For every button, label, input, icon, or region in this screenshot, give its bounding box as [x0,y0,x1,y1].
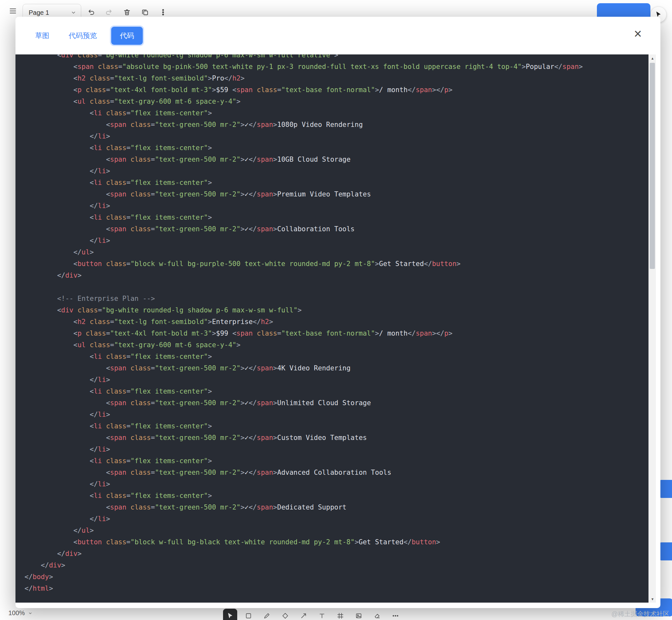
zoom-level-label: 100% [8,609,25,617]
code-line: <span class="text-green-500 mr-2">✓</spa… [25,397,583,409]
watermark-text: @稀土掘金技术社区 [611,610,669,618]
scrollbar-thumb[interactable] [650,63,655,269]
code-line: </li> [25,235,583,246]
code-line: <p class="text-4xl font-bold mt-3">$99 <… [25,327,583,339]
diamond-tool-button[interactable] [278,609,292,620]
code-modal: 草图 代码预览 代码 × <div class="bg-white rounde… [15,17,660,608]
page-select-label: Page 1 [29,9,49,16]
code-line: </div> [25,560,583,571]
code-line: <button class="block w-full bg-black tex… [25,536,583,548]
redo-button[interactable] [104,8,113,17]
arrow-icon [300,612,307,619]
undo-button[interactable] [87,8,96,17]
code-line: <li class="flex items-center"> [25,420,583,432]
code-line: <li class="flex items-center"> [25,107,583,119]
rectangle-tool-button[interactable] [241,609,255,620]
diamond-icon [282,612,289,619]
code-line: <span class="text-green-500 mr-2">✓</spa… [25,119,583,131]
code-line: <span class="text-green-500 mr-2">✓</spa… [25,223,583,235]
pointer-icon [227,612,234,619]
code-line: <ul class="text-gray-600 mt-6 space-y-4"… [25,96,583,107]
delete-button[interactable] [123,8,132,17]
code-line: <div class="bg-white rounded-lg shadow p… [25,304,583,316]
modal-tab-bar: 草图 代码预览 代码 [15,17,660,54]
image-icon [355,612,362,619]
frame-tool-button[interactable] [333,609,347,620]
close-icon[interactable]: × [631,27,644,41]
frame-icon [337,612,344,619]
ellipsis-icon [392,612,399,619]
chevron-down-icon [28,611,33,616]
vertical-scrollbar[interactable]: ▲ ▼ [649,54,656,603]
code-line: </li> [25,131,583,142]
code-line: </li> [25,165,583,177]
code-line: <li class="flex items-center"> [25,212,583,223]
undo-icon [88,8,95,16]
code-line: <span class="text-green-500 mr-2">✓</spa… [25,467,583,478]
eraser-tool-button[interactable] [370,609,384,620]
more-options-button[interactable] [158,8,167,17]
kebab-menu-icon [159,8,167,16]
text-tool-button[interactable] [315,609,329,620]
code-line: <ul class="text-gray-600 mt-6 space-y-4"… [25,339,583,351]
code-line: </div> [25,270,583,281]
code-line: </div> [25,548,583,560]
code-line: </li> [25,409,583,420]
trash-icon [123,8,131,16]
code-line: <li class="flex items-center"> [25,490,583,502]
code-line: </li> [25,444,583,455]
code-line: </li> [25,513,583,525]
code-line: <li class="flex items-center"> [25,455,583,467]
code-line: </ul> [25,525,583,536]
tab-code-preview[interactable]: 代码预览 [63,27,102,44]
code-line: </html> [25,583,583,594]
canvas-toolbar [223,609,402,620]
code-line: <!-- Enterprise Plan --> [25,293,583,304]
code-line: <span class="text-green-500 mr-2">✓</spa… [25,154,583,165]
app-stage: Page 1 100% [0,0,672,620]
code-line: </li> [25,374,583,385]
more-tools-button[interactable] [388,609,402,620]
code-line: <div class="bg-white rounded-lg shadow p… [25,54,583,61]
code-line: <h2 class="text-lg font-semibold">Enterp… [25,316,583,327]
code-editor[interactable]: <div class="bg-white rounded-lg shadow p… [15,54,656,603]
pencil-tool-button[interactable] [260,609,274,620]
code-line: <li class="flex items-center"> [25,177,583,189]
code-line: <li class="flex items-center"> [25,142,583,154]
menu-button[interactable] [8,6,17,15]
hamburger-icon [9,7,17,15]
code-line: <li class="flex items-center"> [25,351,583,362]
text-icon [319,612,326,619]
code-line: <span class="absolute bg-pink-500 text-w… [25,61,583,72]
scroll-up-button[interactable]: ▲ [649,54,656,62]
code-line: </body> [25,571,583,583]
code-line [25,281,583,293]
redo-icon [105,8,112,16]
code-line: </li> [25,200,583,212]
duplicate-button[interactable] [141,8,150,17]
arrow-tool-button[interactable] [296,609,311,620]
zoom-control[interactable]: 100% [8,609,33,617]
code-line: <span class="text-green-500 mr-2">✓</spa… [25,432,583,444]
rectangle-icon [245,612,252,619]
tab-sketch[interactable]: 草图 [30,27,54,44]
code-line: <span class="text-green-500 mr-2">✓</spa… [25,189,583,200]
code-line: <button class="block w-full bg-purple-50… [25,258,583,270]
code-line: </li> [25,478,583,490]
copy-icon [141,8,149,16]
code-content: <div class="bg-white rounded-lg shadow p… [15,54,583,594]
code-line: <span class="text-green-500 mr-2">✓</spa… [25,362,583,374]
code-line: <p class="text-4xl font-bold mt-3">$59 <… [25,84,583,96]
scroll-down-button[interactable]: ▼ [649,595,656,603]
pencil-icon [263,612,271,619]
eraser-icon [374,612,381,619]
code-line: <span class="text-green-500 mr-2">✓</spa… [25,502,583,513]
chevron-down-icon [70,10,77,15]
code-line: <li class="flex items-center"> [25,385,583,397]
image-tool-button[interactable] [352,609,366,620]
select-tool-button[interactable] [223,609,237,620]
code-line: </ul> [25,246,583,258]
code-line: <h2 class="text-lg font-semibold">Pro</h… [25,72,583,84]
tab-code[interactable]: 代码 [111,27,143,45]
